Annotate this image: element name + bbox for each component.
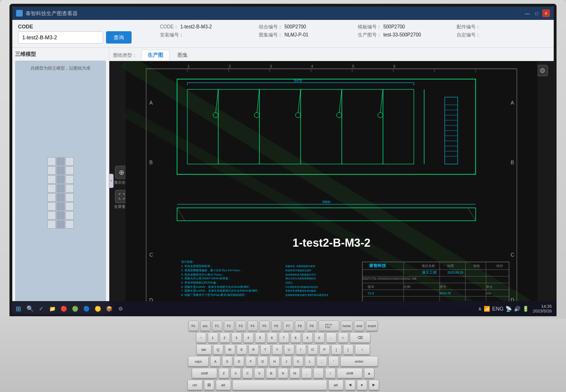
key-end[interactable]: end [354,321,364,331]
key-2[interactable]: 2 [220,332,230,343]
key-a[interactable]: A [210,356,221,366]
key-f6[interactable]: F6 [271,321,282,331]
key-backtick[interactable]: ~ [196,332,206,343]
wifi-icon[interactable]: 📡 [505,306,512,312]
key-win[interactable]: ⊞ [204,380,214,390]
key-6[interactable]: 6 [267,332,277,343]
key-i[interactable]: I [296,344,306,355]
key-rshift[interactable]: shift [337,368,363,378]
key-period[interactable]: . [313,368,324,378]
code-input[interactable] [18,31,103,44]
key-slash[interactable]: / [325,368,336,378]
taskbar-app2[interactable]: 🟢 [71,304,80,313]
windows-start-button[interactable]: ⊞ [14,304,23,313]
key-u[interactable]: U [284,344,294,355]
collapse-button[interactable]: « [109,174,114,188]
key-capslock[interactable]: caps [188,356,209,366]
maximize-button[interactable]: □ [533,9,540,17]
key-s[interactable]: S [222,356,232,366]
key-x[interactable]: X [230,368,241,378]
key-f2[interactable]: F2 [224,321,234,331]
key-y[interactable]: Y [272,344,283,355]
lang-icon[interactable]: ENG [492,306,504,312]
key-f[interactable]: F [246,356,256,366]
key-down[interactable]: ▼ [357,380,367,390]
key-j[interactable]: J [281,356,292,366]
key-lshift[interactable]: shift [192,368,217,378]
key-backspace[interactable]: ⌫ [350,332,371,343]
taskbar-settings[interactable]: ⚙ [116,304,125,313]
key-space[interactable] [232,380,327,390]
key-9[interactable]: 9 [302,332,313,343]
key-f8[interactable]: F8 [295,321,305,331]
volume-icon[interactable]: 🔊 [514,306,521,312]
key-f1[interactable]: F1 [212,321,222,331]
tab-atlas[interactable]: 图集 [171,50,194,61]
key-e[interactable]: E [237,344,247,355]
key-4[interactable]: 4 [243,332,254,343]
key-z[interactable]: Z [219,368,229,378]
key-right[interactable]: ▶ [369,380,379,390]
key-d[interactable]: D [234,356,244,366]
key-5[interactable]: 5 [255,332,265,343]
taskbar-app1[interactable]: 🔴 [60,304,68,313]
key-f5[interactable]: F5 [259,321,270,331]
taskbar-app4[interactable]: 🟡 [94,304,102,313]
key-f4[interactable]: F4 [248,321,258,331]
key-fn[interactable]: Fn [188,321,199,331]
key-esc[interactable]: esc [200,321,211,331]
key-rbracket[interactable]: ] [343,344,354,355]
key-r[interactable]: R [248,344,259,355]
key-l[interactable]: L [305,356,315,366]
key-o[interactable]: O [308,344,318,355]
key-n[interactable]: N [278,368,288,378]
taskbar-app5[interactable]: 📦 [105,304,114,313]
network-icon[interactable]: 📶 [484,306,490,312]
battery-icon[interactable]: 🔋 [522,306,529,312]
key-tab[interactable]: tab [196,344,212,355]
taskbar-search[interactable]: 🔍 [26,304,34,313]
key-q[interactable]: Q [213,344,223,355]
key-w[interactable]: W [225,344,235,355]
key-v[interactable]: V [254,368,265,378]
key-ctrl[interactable]: ctrl [187,380,203,390]
key-8[interactable]: 8 [291,332,301,343]
taskbar-files[interactable]: 📁 [48,304,57,313]
key-up[interactable]: ▲ [364,368,374,378]
key-lbracket[interactable]: [ [331,344,342,355]
key-minus[interactable]: - [326,332,336,343]
key-k[interactable]: K [293,356,303,366]
key-1[interactable]: 1 [208,332,218,343]
key-equals[interactable]: = [338,332,348,343]
key-m[interactable]: M [290,368,300,378]
key-insert[interactable]: insert [366,321,378,331]
key-enter[interactable]: enter [340,356,378,366]
key-backslash[interactable]: \ [355,344,370,355]
key-g[interactable]: G [257,356,268,366]
key-alt[interactable]: alt [216,380,231,390]
key-f7[interactable]: F7 [283,321,293,331]
close-button[interactable]: × [542,9,550,17]
key-left[interactable]: ◀ [345,380,355,390]
key-quote[interactable]: ' [328,356,339,366]
key-3[interactable]: 3 [231,332,242,343]
key-0[interactable]: 0 [314,332,325,343]
key-prtsc[interactable]: prt scF10 [318,321,339,331]
key-p[interactable]: P [319,344,330,355]
key-ralt[interactable]: alt [328,380,344,390]
minimize-button[interactable]: — [523,9,531,17]
key-home[interactable]: home [341,321,353,331]
key-f3[interactable]: F3 [236,321,246,331]
key-7[interactable]: 7 [279,332,289,343]
key-f9[interactable]: F9 [307,321,317,331]
query-button[interactable]: 查询 [106,31,132,44]
taskbar-browser[interactable]: ✓ [37,304,45,313]
key-c[interactable]: C [242,368,253,378]
key-h[interactable]: H [269,356,280,366]
tab-production[interactable]: 生产图 [142,50,169,61]
key-semicolon[interactable]: ; [317,356,327,366]
key-comma[interactable]: , [301,368,312,378]
key-t[interactable]: T [260,344,271,355]
taskbar-app3[interactable]: 🔵 [82,304,91,313]
key-b[interactable]: B [266,368,276,378]
